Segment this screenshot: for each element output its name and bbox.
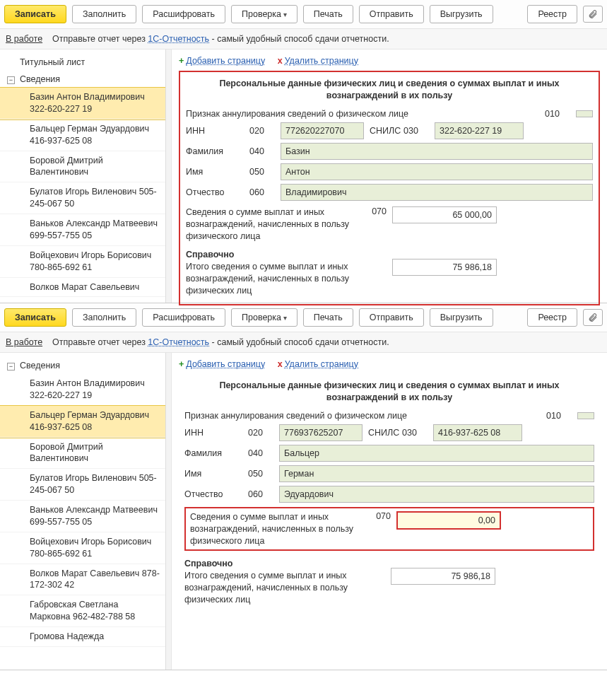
pat-code: 060 <box>248 489 273 499</box>
person-item[interactable]: Ваньков Александр Матвеевич 699-557-755 … <box>0 214 165 246</box>
pat-label: Отчество <box>186 187 244 197</box>
person-item[interactable]: Булатов Игорь Виленович 505-245-067 50 <box>0 182 165 214</box>
save-button[interactable]: Записать <box>4 308 66 327</box>
inn-input[interactable]: 772620227070 <box>281 122 364 139</box>
snils-input[interactable]: 416-937-625 08 <box>433 424 522 441</box>
export-button[interactable]: Выгрузить <box>430 5 493 23</box>
person-item[interactable]: Ваньков Александр Матвеевич 699-557-755 … <box>0 501 165 532</box>
inn-code: 020 <box>248 428 273 438</box>
ref-title: Справочно <box>184 558 354 570</box>
fam-label: Фамилия <box>186 146 244 156</box>
info-text: Отправьте отчет через 1С-Отчетность - са… <box>52 337 389 347</box>
tree-section[interactable]: Сведения <box>0 357 165 374</box>
pat-input[interactable]: Владимирович <box>281 184 593 201</box>
fam-input[interactable]: Базин <box>281 143 593 160</box>
sum-input[interactable]: 0,00 <box>396 511 501 530</box>
decode-button[interactable]: Расшифровать <box>142 308 225 327</box>
form-title: Персональные данные физических лиц и све… <box>184 380 594 404</box>
fill-button[interactable]: Заполнить <box>72 308 136 327</box>
send-button[interactable]: Отправить <box>359 308 424 327</box>
save-button[interactable]: Записать <box>4 5 66 23</box>
decode-button[interactable]: Расшифровать <box>142 5 225 23</box>
info-bar: В работе Отправьте отчет через 1С-Отчетн… <box>0 28 607 49</box>
person-item[interactable]: Волков Марат Савельевич <box>0 278 165 298</box>
tree-title-page[interactable]: Титульный лист <box>0 54 165 71</box>
flag-input[interactable] <box>577 412 594 419</box>
registry-button[interactable]: Реестр <box>527 308 577 327</box>
inn-code: 020 <box>249 126 275 136</box>
snils-code: 030 <box>402 428 428 438</box>
flag-code: 010 <box>546 411 572 421</box>
attachment-button[interactable] <box>583 309 603 326</box>
toolbar-top: Записать Заполнить Расшифровать Проверка… <box>0 0 607 28</box>
person-item[interactable]: Бальцер Герман Эдуардович 416-937-625 08 <box>0 406 165 438</box>
form-title: Персональные данные физических лиц и све… <box>186 78 593 102</box>
sum-input[interactable]: 65 000,00 <box>392 206 497 223</box>
check-button[interactable]: Проверка <box>231 308 297 327</box>
toolbar-bottom: Записать Заполнить Расшифровать Проверка… <box>0 303 607 332</box>
person-item[interactable]: Базин Антон Владимирович 322-620-227 19 <box>0 88 165 119</box>
status-label[interactable]: В работе <box>6 337 42 347</box>
ref-value[interactable]: 75 986,18 <box>391 568 495 585</box>
reporting-link[interactable]: 1С-Отчетность <box>148 34 209 44</box>
sum-label: Сведения о сумме выплат и иных вознаграж… <box>186 206 355 243</box>
person-item[interactable]: Базин Антон Владимирович 322-620-227 19 <box>0 374 165 406</box>
inn-input[interactable]: 776937625207 <box>279 424 363 441</box>
person-item[interactable]: Войцехович Игорь Борисович 780-865-692 6… <box>0 532 165 564</box>
form-top: +Добавить страницу xУдалить страницу Пер… <box>172 49 607 303</box>
fam-label: Фамилия <box>184 448 242 458</box>
export-button[interactable]: Выгрузить <box>430 308 493 327</box>
registry-button[interactable]: Реестр <box>527 5 577 23</box>
form-bottom: +Добавить страницу xУдалить страницу Пер… <box>172 353 607 670</box>
person-item[interactable]: Боровой Дмитрий Валентинович <box>0 438 165 469</box>
print-button[interactable]: Печать <box>303 5 353 23</box>
send-button[interactable]: Отправить <box>359 5 424 23</box>
info-text: Отправьте отчет через 1С-Отчетность - са… <box>52 34 389 44</box>
pat-input[interactable]: Эдуардович <box>279 486 594 503</box>
flag-input[interactable] <box>576 110 593 117</box>
person-item[interactable]: Громова Надежда <box>0 627 165 647</box>
delete-page-link[interactable]: Удалить страницу <box>285 56 358 66</box>
fill-button[interactable]: Заполнить <box>72 5 136 23</box>
tree-bottom: Сведения Базин Антон Владимирович 322-62… <box>0 353 172 670</box>
check-button[interactable]: Проверка <box>231 5 297 23</box>
ref-title: Справочно <box>186 249 355 261</box>
snils-input[interactable]: 322-620-227 19 <box>435 122 524 139</box>
person-item[interactable]: Габровская Светлана Марковна 962-482-788… <box>0 595 165 627</box>
tree-scrollbar[interactable] <box>165 353 171 670</box>
person-item[interactable]: Войцехович Игорь Борисович 780-865-692 6… <box>0 246 165 278</box>
person-item[interactable]: Булатов Игорь Виленович 505-245-067 50 <box>0 469 165 501</box>
person-item[interactable]: Боровой Дмитрий Валентинович <box>0 151 165 183</box>
reporting-link[interactable]: 1С-Отчетность <box>148 337 209 347</box>
person-item[interactable]: Бальцер Герман Эдуардович 416-937-625 08 <box>0 119 165 151</box>
name-code: 050 <box>249 167 275 177</box>
status-label[interactable]: В работе <box>6 34 42 44</box>
flag-code: 010 <box>545 109 570 119</box>
plus-icon: + <box>179 359 184 369</box>
add-page-link[interactable]: Добавить страницу <box>186 56 265 66</box>
tree-section[interactable]: Сведения <box>0 71 165 88</box>
sum-code: 070 <box>361 206 387 216</box>
delete-page-link[interactable]: Удалить страницу <box>285 359 358 369</box>
snils-label: СНИЛС <box>370 126 398 136</box>
fam-code: 040 <box>248 448 273 458</box>
name-input[interactable]: Герман <box>279 465 594 482</box>
name-input[interactable]: Антон <box>281 163 593 180</box>
fam-code: 040 <box>249 146 275 156</box>
ref-value[interactable]: 75 986,18 <box>392 259 497 276</box>
add-page-link[interactable]: Добавить страницу <box>186 359 265 369</box>
tree-scrollbar[interactable] <box>165 49 171 303</box>
x-icon: x <box>278 359 283 369</box>
name-label: Имя <box>186 167 244 177</box>
tree-top: Титульный лист Сведения Базин Антон Влад… <box>0 49 172 303</box>
snils-code: 030 <box>403 126 429 136</box>
print-button[interactable]: Печать <box>303 308 353 327</box>
sum-label: Сведения о сумме выплат и иных вознаграж… <box>190 511 360 547</box>
inn-label: ИНН <box>184 428 242 438</box>
info-bar: В работе Отправьте отчет через 1С-Отчетн… <box>0 332 607 353</box>
attachment-button[interactable] <box>583 6 603 23</box>
fam-input[interactable]: Бальцер <box>279 445 594 462</box>
person-item[interactable]: Волков Марат Савельевич 878-172-302 42 <box>0 564 165 596</box>
plus-icon: + <box>179 56 184 66</box>
pat-code: 060 <box>249 187 275 197</box>
